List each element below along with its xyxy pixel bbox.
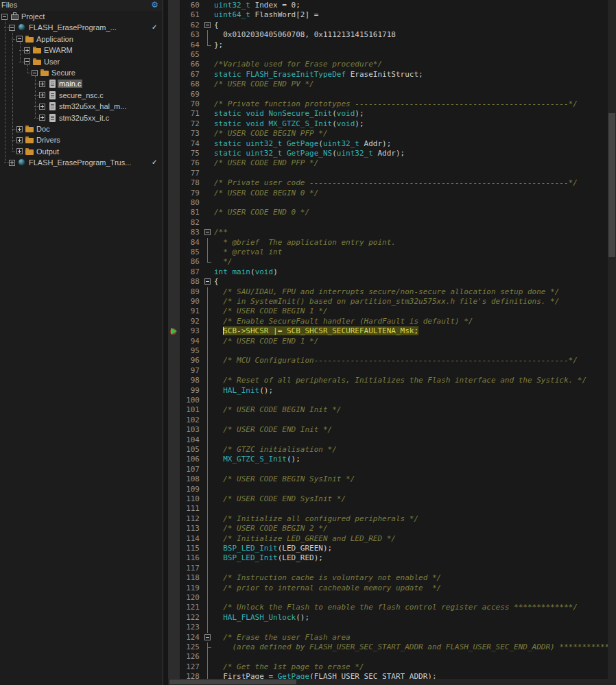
tree-item-secure[interactable]: Secure xyxy=(0,67,163,78)
code-line-74: 74static uint32_t GetPage(uint32_t Addr)… xyxy=(180,139,608,149)
code-text: /* Erase the user Flash area xyxy=(214,633,351,642)
code-line-117: 117 xyxy=(180,564,608,573)
collapse-icon[interactable] xyxy=(9,25,15,31)
fold-guide-line xyxy=(202,553,213,563)
expand-icon[interactable] xyxy=(39,92,45,98)
line-number: 119 xyxy=(180,584,200,593)
tree-item-main-c[interactable]: main.c xyxy=(0,78,163,89)
line-number: 71 xyxy=(180,109,200,119)
code-line-125: 125 (area defined by FLASH_USER_SEC_STAR… xyxy=(180,642,608,652)
tree-item-stm32u5xx-hal-m[interactable]: stm32u5xx_hal_m... xyxy=(0,101,163,112)
code-text: /*Variable used for Erase procedure*/ xyxy=(214,60,382,69)
tree-item-output[interactable]: Output xyxy=(0,146,163,157)
code-text: static void MX_GTZC_S_Init(void); xyxy=(214,119,364,129)
folder-icon xyxy=(25,35,34,43)
code-line-93: 93 SCB->SHCSR |= SCB_SHCSR_SECUREFAULTEN… xyxy=(180,326,608,336)
panel-splitter[interactable] xyxy=(163,0,168,685)
collapse-icon[interactable] xyxy=(1,14,8,20)
tree-connector-stub xyxy=(27,73,32,73)
code-line-115: 115 BSP_LED_Init(LED_GREEN); xyxy=(180,544,608,553)
line-number: 114 xyxy=(180,534,200,544)
line-number: 107 xyxy=(180,465,200,474)
code-text: /* USER CODE BEGIN Init */ xyxy=(214,405,341,415)
code-line-109: 109 xyxy=(180,485,608,494)
expand-icon[interactable] xyxy=(16,137,23,143)
expand-icon[interactable] xyxy=(16,148,23,154)
target-icon xyxy=(18,158,27,167)
expand-icon[interactable] xyxy=(39,81,45,87)
fold-guide-line xyxy=(202,287,213,297)
code-line-67: 67static FLASH_EraseInitTypeDef EraseIni… xyxy=(180,70,608,80)
code-text: MX_GTZC_S_Init(); xyxy=(214,455,300,464)
code-text: /* USER CODE END 1 */ xyxy=(214,337,318,346)
tree-item-label: stm32u5xx_hal_m... xyxy=(59,102,126,110)
tree-item-secure-nsc-c[interactable]: secure_nsc.c xyxy=(0,90,163,101)
code-text: /* USER CODE END PV */ xyxy=(214,80,314,89)
current-statement: SCB->SHCSR |= SCB_SHCSR_SECUREFAULTENA_M… xyxy=(223,326,418,335)
line-number: 113 xyxy=(180,524,200,533)
collapse-icon[interactable] xyxy=(32,70,38,76)
tree-connector-stub xyxy=(12,39,16,40)
fold-guide-line xyxy=(202,376,213,385)
fold-guide-line xyxy=(202,40,213,50)
tree-item-label: Doc xyxy=(36,125,50,133)
code-text: /* Enable SecureFault handler (HardFault… xyxy=(214,317,473,326)
fold-toggle-icon[interactable] xyxy=(202,277,213,287)
tree-connector-stub xyxy=(19,62,24,62)
horizontal-scrollbar-thumb[interactable] xyxy=(169,680,296,684)
breakpoint-gutter[interactable] xyxy=(168,0,180,685)
vertical-scrollbar-thumb[interactable] xyxy=(608,113,615,257)
code-text: (area defined by FLASH_USER_SEC_START_AD… xyxy=(214,642,608,652)
code-text: /* Unlock the Flash to enable the flash … xyxy=(214,603,578,612)
code-area[interactable]: 60uint32_t Index = 0;61uint64_t FlashWor… xyxy=(180,0,608,685)
code-line-98: 98 /* Reset of all peripherals, Initiali… xyxy=(180,376,608,385)
line-number: 103 xyxy=(180,425,200,435)
line-number: 88 xyxy=(180,277,200,287)
code-line-83: 83/** xyxy=(180,228,608,237)
vertical-scrollbar[interactable] xyxy=(608,0,616,685)
tree-item-drivers[interactable]: Drivers xyxy=(0,134,163,145)
code-text: { xyxy=(214,277,219,287)
tree-item-flash-eraseprogram-trus[interactable]: FLASH_EraseProgram_Trus...✓ xyxy=(0,157,163,168)
line-number: 86 xyxy=(180,257,200,267)
collapse-icon[interactable] xyxy=(24,58,30,64)
expand-icon[interactable] xyxy=(16,126,23,132)
code-line-110: 110 /* USER CODE END SysInit */ xyxy=(180,494,608,504)
tree-item-label: Drivers xyxy=(36,136,60,144)
line-number: 108 xyxy=(180,474,200,484)
fold-guide-line xyxy=(202,564,213,573)
code-text: /* SAU/IDAU, FPU and interrupts secure/n… xyxy=(214,287,559,297)
expand-icon[interactable] xyxy=(39,115,45,121)
collapse-icon[interactable] xyxy=(16,36,23,42)
expand-icon[interactable] xyxy=(39,104,45,110)
code-line-95: 95 xyxy=(180,346,608,356)
tree-item-doc[interactable]: Doc xyxy=(0,123,163,134)
fold-toggle-icon[interactable] xyxy=(202,633,213,642)
horizontal-scrollbar[interactable] xyxy=(168,679,608,685)
tree-item-user[interactable]: User xyxy=(0,56,163,67)
expand-icon[interactable] xyxy=(9,160,15,166)
gear-icon[interactable]: ⚙ xyxy=(151,0,158,10)
code-text: BSP_LED_Init(LED_RED); xyxy=(214,553,323,563)
fold-toggle-icon[interactable] xyxy=(202,228,213,237)
tree-item-application[interactable]: Application xyxy=(0,34,163,45)
ide-window: Files ⚙ ProjectFLASH_EraseProgram_...✓Ap… xyxy=(0,0,616,685)
line-number: 91 xyxy=(180,307,200,316)
tree-item-ewarm[interactable]: EWARM xyxy=(0,45,163,56)
code-line-82: 82 xyxy=(180,218,608,228)
expand-icon[interactable] xyxy=(24,47,30,53)
line-number: 93 xyxy=(180,326,200,336)
code-line-65: 65 xyxy=(180,50,608,60)
fold-toggle-icon[interactable] xyxy=(202,21,213,30)
tree-item-label: secure_nsc.c xyxy=(59,91,104,99)
code-text: /* USER CODE BEGIN PFP */ xyxy=(214,129,328,139)
line-number: 111 xyxy=(180,504,200,514)
fold-guide-line xyxy=(202,425,213,435)
line-number: 110 xyxy=(180,494,200,504)
tree-item-project[interactable]: Project xyxy=(0,11,163,22)
code-text: /* USER CODE BEGIN SysInit */ xyxy=(214,474,355,484)
code-line-122: 122 HAL_FLASH_Unlock(); xyxy=(180,613,608,623)
tree-item-stm32u5xx-it-c[interactable]: stm32u5xx_it.c xyxy=(0,112,163,123)
tree-item-flash-eraseprogram[interactable]: FLASH_EraseProgram_...✓ xyxy=(0,22,163,33)
code-line-103: 103 /* USER CODE END Init */ xyxy=(180,425,608,435)
